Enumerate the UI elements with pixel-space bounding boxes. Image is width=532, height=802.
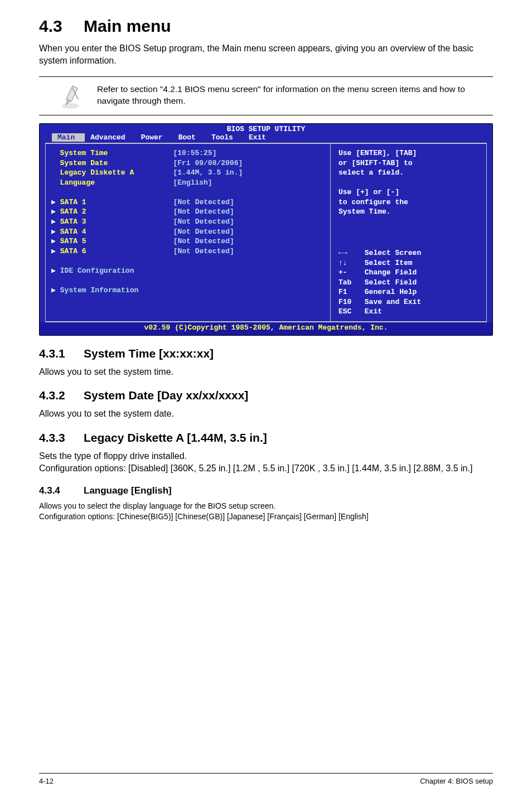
bios-menu-exit: Exit [243,133,276,142]
bios-help-keys: ←→ Select Screen↑↓ Select Item+- Change … [338,248,481,317]
subsection-433-body1: Sets the type of floppy drive installed. [39,450,493,462]
bios-row: ▶ SATA 6 [Not Detected] [51,247,328,257]
bios-row: ▶ SATA 3 [Not Detected] [51,217,328,227]
bios-menu-main: Main [52,133,85,142]
bios-help-row: ↑↓ Select Item [338,258,481,268]
pencil-icon [61,84,87,109]
bios-help-row: F1 General Help [338,287,481,297]
subsection-number: 4.3.2 [39,389,84,402]
subsection-431-body: Allows you to set the system time. [39,366,493,378]
bios-row: System Date [Fri 09/08/2006] [51,158,328,168]
note-block: Refer to section "4.2.1 BIOS menu screen… [39,76,493,115]
intro-paragraph: When you enter the BIOS Setup program, t… [39,42,493,66]
subsection-title: System Time [xx:xx:xx] [84,347,214,360]
section-title-text: Main menu [84,17,171,35]
subsection-432-body: Allows you to set the system date. [39,408,493,420]
subsection-title: System Date [Day xx/xx/xxxx] [84,389,248,402]
subsection-431: 4.3.1System Time [xx:xx:xx] [39,347,493,360]
bios-help-row: F10 Save and Exit [338,297,481,307]
note-text: Refer to section "4.2.1 BIOS menu screen… [97,83,493,107]
bios-row [51,276,328,286]
bios-row: ▶ SATA 5 [Not Detected] [51,236,328,247]
subsection-434-body2: Configuration options: [Chinese(BIG5)] [… [39,511,493,522]
bios-row: ▶ SATA 2 [Not Detected] [51,207,328,217]
bios-help-row: ESC Exit [338,307,481,317]
page-footer: 4-12 Chapter 4: BIOS setup [39,773,493,785]
bios-screenshot: BIOS SETUP UTILITY Main Advanced Power B… [39,123,493,336]
bios-help-top: Use [ENTER], [TAB] or [SHIFT-TAB] to sel… [338,148,481,217]
bios-help-row: Tab Select Field [338,278,481,288]
bios-row: ▶ SATA 1 [Not Detected] [51,197,328,207]
subsection-title: Language [English] [84,485,172,496]
bios-menubar: Main Advanced Power Boot Tools Exit [40,133,492,142]
subsection-434: 4.3.4Language [English] [39,485,493,496]
bios-row: Language [English] [51,178,328,188]
subsection-434-body1: Allows you to select the display languag… [39,501,493,511]
bios-row: ▶ System Information [51,286,328,296]
svg-point-0 [62,103,79,109]
subsection-title: Legacy Diskette A [1.44M, 3.5 in.] [84,431,267,444]
bios-help-row: +- Change Field [338,268,481,278]
bios-menu-tools: Tools [206,133,243,142]
subsection-number: 4.3.4 [39,485,84,496]
bios-row: Legacy Diskette A [1.44M, 3.5 in.] [51,168,328,178]
bios-row: System Time [10:55:25] [51,148,328,158]
bios-row [51,187,328,197]
bios-row: ▶ SATA 4 [Not Detected] [51,227,328,237]
bios-row: ▶ IDE Configuration [51,266,328,276]
subsection-number: 4.3.3 [39,431,84,445]
bios-menu-advanced: Advanced [85,133,135,142]
bios-left-pane: System Time [10:55:25] System Date [Fri … [45,143,330,322]
subsection-433: 4.3.3Legacy Diskette A [1.44M, 3.5 in.] [39,431,493,445]
page-number: 4-12 [39,777,54,785]
subsection-433-body2: Configuration options: [Disabled] [360K,… [39,462,493,475]
bios-row [51,256,328,266]
bios-help-row: ←→ Select Screen [338,248,481,258]
bios-menu-power: Power [136,133,173,142]
bios-footer: v02.59 (C)Copyright 1985-2005, American … [40,322,492,335]
subsection-number: 4.3.1 [39,347,84,360]
subsection-432: 4.3.2System Date [Day xx/xx/xxxx] [39,389,493,402]
section-heading: 4.3Main menu [39,17,493,36]
bios-right-pane: Use [ENTER], [TAB] or [SHIFT-TAB] to sel… [330,143,487,322]
chapter-label: Chapter 4: BIOS setup [420,777,493,785]
section-number: 4.3 [39,17,84,36]
bios-menu-boot: Boot [173,133,206,142]
bios-body: System Time [10:55:25] System Date [Fri … [45,143,487,322]
bios-title: BIOS SETUP UTILITY [40,124,492,133]
